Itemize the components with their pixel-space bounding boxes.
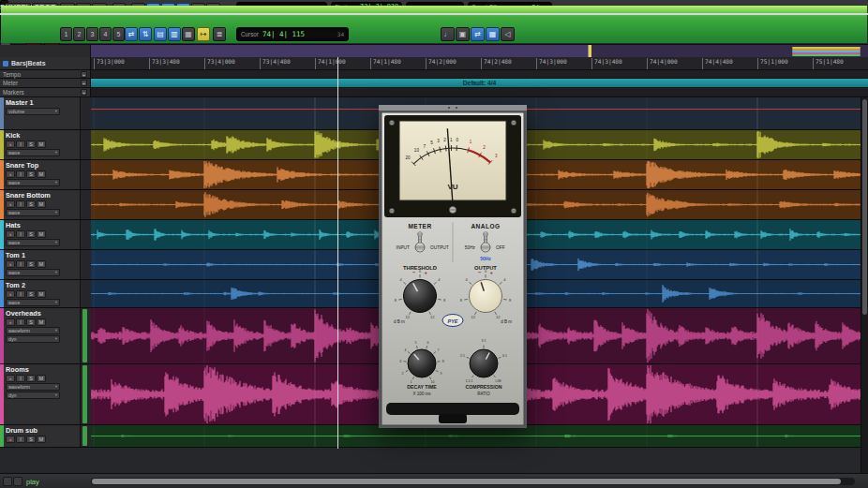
mute-button[interactable]: M [37,140,46,148]
zoom-preset-4-button[interactable]: 4 [99,27,112,41]
link-track-edit-button[interactable]: ⇅ [139,27,152,41]
record-button[interactable]: ● [6,140,15,148]
track-header-hats[interactable]: Hats●ISMwave▾ [0,220,80,249]
metronome-button[interactable]: ♩ [441,27,455,41]
solo-button[interactable]: S [26,290,36,298]
add-meter-event-button[interactable]: + [81,80,87,86]
decay-time-knob[interactable] [408,349,436,377]
wave-selector[interactable]: wave▾ [6,209,60,216]
track-header-tom-1[interactable]: Tom 1●ISMwave▾ [0,250,80,279]
tempo-ruler-lane[interactable] [91,70,868,78]
meter-ruler-lane[interactable]: Default: 4/4 [91,79,868,87]
mute-button[interactable]: M [37,436,46,443]
dyn-selector[interactable]: dyn▾ [6,335,60,343]
midi-merge-button[interactable]: ⇄ [471,27,485,41]
mirror-midi-button[interactable]: ≣ [213,27,226,41]
input-monitor-button[interactable]: I [16,170,25,178]
dyn-selector[interactable]: dyn▾ [6,392,60,399]
record-button[interactable]: ● [6,290,15,298]
solo-button[interactable]: S [26,436,36,443]
record-button[interactable]: ● [6,375,15,382]
count-in-button[interactable]: ▣ [456,27,470,41]
record-button[interactable]: ● [6,170,15,178]
track-header-tom-2[interactable]: Tom 2●ISMwave▾ [0,280,80,307]
bars-ruler-lane[interactable]: 73|3|00073|3|48073|4|00073|4|48074|1|000… [91,57,868,69]
meter-fader-handle[interactable] [0,13,8,15]
threshold-knob[interactable] [404,280,437,313]
record-button[interactable]: ● [6,318,15,326]
markers-ruler-header[interactable]: Markers + [0,88,91,96]
wave-selector[interactable]: wave▾ [6,299,60,306]
horizontal-scrollbar-thumb[interactable] [92,479,841,484]
universe-strip[interactable] [91,45,868,57]
solo-button[interactable]: S [26,260,36,268]
input-monitor-button[interactable]: I [16,260,25,268]
mute-button[interactable]: M [37,260,46,268]
input-monitor-button[interactable]: I [16,318,25,326]
input-monitor-button[interactable]: I [16,140,25,148]
zoom-preset-3-button[interactable]: 3 [86,27,98,41]
input-monitor-button[interactable]: I [16,436,25,443]
meter-ruler-header[interactable]: Meter + [0,79,91,87]
compressor-plugin-window[interactable]: 2010753210123 VU METER ANALOG INPUT OUTP… [379,105,527,428]
wave-selector[interactable]: wave▾ [6,179,60,186]
volume-selector[interactable]: volume▾ [6,108,60,115]
zoom-preset-2-button[interactable]: 2 [73,27,85,41]
mute-button[interactable]: M [37,230,46,238]
vertical-scrollbar-thumb[interactable] [862,99,867,315]
tempo-ruler-header[interactable]: Tempo + [0,70,91,78]
add-marker-button[interactable]: + [81,89,87,96]
markers-ruler-lane[interactable] [91,88,868,96]
zoom-preset-5-button[interactable]: 5 [112,27,125,41]
horizontal-scrollbar[interactable] [91,478,855,485]
solo-button[interactable]: S [26,170,36,178]
record-button[interactable]: ● [6,230,15,238]
track-header-master-1[interactable]: Master 1volume▾ [0,97,80,129]
bottom-left-button-1[interactable] [3,477,12,486]
mute-button[interactable]: M [37,375,46,382]
link-timeline-edit-button[interactable]: ⇄ [125,27,138,41]
waveform-selector[interactable]: waveform▾ [6,327,60,334]
input-monitor-button[interactable]: I [16,375,25,382]
insertion-follows-playback-button[interactable]: ▤ [154,27,167,41]
input-monitor-button[interactable]: I [16,230,25,238]
solo-button[interactable]: S [26,230,36,238]
solo-button[interactable]: S [26,200,36,208]
wave-selector[interactable]: wave▾ [6,269,60,276]
solo-button[interactable]: S [26,318,36,326]
tempo-ruler-conform-button[interactable]: ▦ [486,27,500,41]
plugin-window-drag-strip[interactable] [379,105,527,111]
scroll-options-button[interactable]: ▥ [168,27,181,41]
wave-selector[interactable]: wave▾ [6,149,60,156]
track-header-snare-bottom[interactable]: Snare Bottom●ISMwave▾ [0,190,80,219]
record-button[interactable]: ● [6,200,15,208]
grid-display-button[interactable]: ▦ [182,27,195,41]
mute-button[interactable]: M [37,170,46,178]
track-lane-drum-sub[interactable] [91,425,861,447]
input-monitor-button[interactable]: I [16,290,25,298]
record-button[interactable]: ● [6,436,15,443]
record-button[interactable]: ● [6,260,15,268]
waveform-selector[interactable]: waveform▾ [6,383,60,391]
meter-event-default[interactable]: Default: 4/4 [91,79,868,87]
mute-button[interactable]: M [37,290,46,298]
track-header-drum-sub[interactable]: Drum sub●ISM [0,425,80,447]
zoom-preset-1-button[interactable]: 1 [60,27,72,41]
solo-button[interactable]: S [26,375,36,382]
add-tempo-event-button[interactable]: + [81,71,87,78]
output-level-meter[interactable] [0,0,8,41]
pre-roll-button[interactable]: ◁ [501,27,515,41]
vertical-scrollbar[interactable] [861,97,868,473]
mute-button[interactable]: M [37,200,46,208]
output-knob[interactable] [470,280,502,313]
track-header-kick[interactable]: Kick●ISMwave▾ [0,130,80,159]
track-header-snare-top[interactable]: Snare Top●ISMwave▾ [0,160,80,189]
solo-button[interactable]: S [26,140,36,148]
bars-beats-ruler-header[interactable]: Bars|Beats [0,57,91,69]
mute-button[interactable]: M [37,318,46,326]
input-monitor-button[interactable]: I [16,200,25,208]
compression-ratio-knob[interactable] [470,349,498,377]
track-header-rooms[interactable]: Rooms●ISMwaveform▾dyn▾ [0,364,80,424]
track-header-overheads[interactable]: Overheads●ISMwaveform▾dyn▾ [0,308,80,363]
wave-selector[interactable]: wave▾ [6,239,60,246]
